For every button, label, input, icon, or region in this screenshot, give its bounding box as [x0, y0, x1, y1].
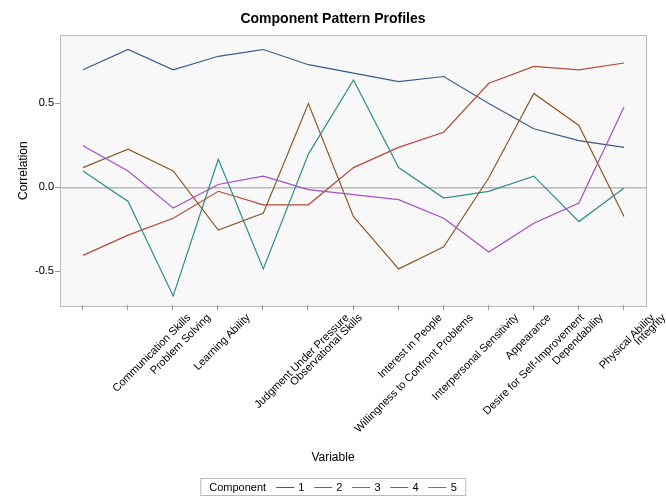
series-line: [83, 63, 624, 255]
legend-swatch: [391, 487, 409, 488]
legend-label: 5: [451, 481, 457, 493]
y-tick-label: -0.5: [18, 264, 54, 276]
plot-area: [60, 35, 647, 307]
legend: Component 12345: [200, 478, 466, 496]
x-tick-label: Physical Ability: [596, 311, 656, 371]
series-line: [83, 50, 624, 148]
x-tick-label: Observational Skills: [288, 311, 365, 388]
legend-label: 4: [413, 481, 419, 493]
legend-item: 5: [429, 481, 457, 493]
y-tick-label: 0.0: [18, 180, 54, 192]
chart-title: Component Pattern Profiles: [0, 10, 666, 26]
legend-item: 4: [391, 481, 419, 493]
chart-container: Component Pattern Profiles Correlation V…: [0, 0, 666, 500]
y-tick-label: 0.5: [18, 96, 54, 108]
legend-swatch: [429, 487, 447, 488]
legend-title: Component: [209, 481, 266, 493]
plot-lines: [61, 36, 646, 306]
x-tick-label: Communication Skills: [110, 311, 193, 394]
series-line: [83, 93, 624, 269]
series-line: [83, 107, 624, 252]
legend-item: 1: [276, 481, 304, 493]
legend-swatch: [314, 487, 332, 488]
legend-swatch: [276, 487, 294, 488]
legend-label: 2: [336, 481, 342, 493]
x-axis-label: Variable: [0, 450, 666, 464]
legend-item: 3: [352, 481, 380, 493]
legend-label: 3: [374, 481, 380, 493]
legend-swatch: [352, 487, 370, 488]
legend-label: 1: [298, 481, 304, 493]
legend-item: 2: [314, 481, 342, 493]
x-tick-label: Judgment Under Pressure: [252, 311, 351, 410]
